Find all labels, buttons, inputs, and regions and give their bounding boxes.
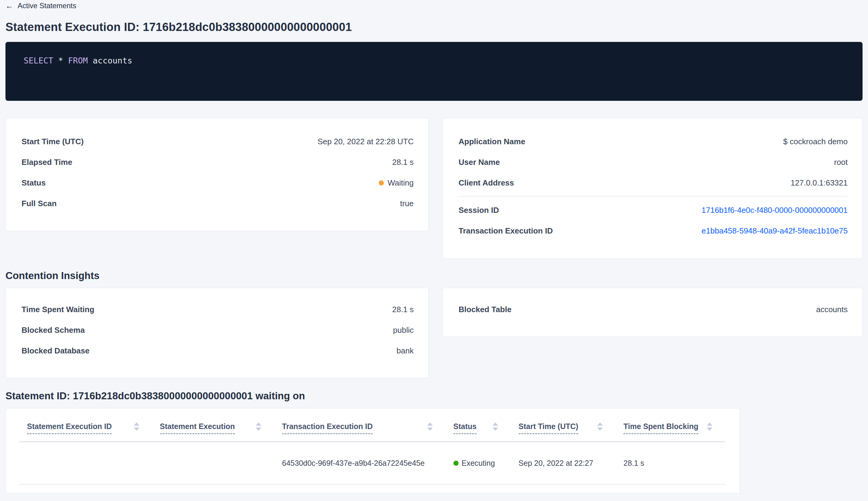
sort-arrows-icon xyxy=(597,422,603,431)
table-row: 64530d0c-969f-437e-a9b4-26a72245e45e Exe… xyxy=(19,442,725,484)
application-name-value: $ cockroach demo xyxy=(783,137,848,146)
column-header-statement-execution[interactable]: Statement Execution xyxy=(152,422,274,434)
time-spent-waiting-value: 28.1 s xyxy=(392,305,414,314)
full-scan-value: true xyxy=(400,199,414,208)
sort-arrows-icon xyxy=(134,422,139,431)
sort-arrows-icon xyxy=(256,422,261,431)
session-id-link[interactable]: 1716b1f6-4e0c-f480-0000-000000000001 xyxy=(702,205,848,215)
start-time-value: Sep 20, 2022 at 22:28 UTC xyxy=(317,137,414,146)
blocked-table-label: Blocked Table xyxy=(458,305,511,314)
user-name-row: User Name root xyxy=(458,152,848,172)
session-id-label: Session ID xyxy=(458,205,499,215)
column-header-label: Status xyxy=(453,422,477,434)
column-header-transaction-execution-id[interactable]: Transaction Execution ID xyxy=(274,422,445,434)
contention-insights-heading: Contention Insights xyxy=(6,269,862,283)
statement-execution-detail-page: ← Active Statements Statement Execution … xyxy=(0,0,868,501)
column-header-label: Start Time (UTC) xyxy=(519,422,578,434)
executing-status-text: Executing xyxy=(462,459,495,468)
arrow-left-icon: ← xyxy=(6,2,13,10)
status-value: Waiting xyxy=(379,178,414,188)
summary-cards-row: Start Time (UTC) Sep 20, 2022 at 22:28 U… xyxy=(6,118,862,259)
time-spent-waiting-label: Time Spent Waiting xyxy=(22,305,94,314)
client-address-row: Client Address 127.0.0.1:63321 xyxy=(458,172,848,193)
column-header-statement-execution-id[interactable]: Statement Execution ID xyxy=(19,422,152,434)
session-details-card: Application Name $ cockroach demo User N… xyxy=(443,118,862,259)
execution-details-card: Start Time (UTC) Sep 20, 2022 at 22:28 U… xyxy=(6,118,428,231)
full-scan-row: Full Scan true xyxy=(22,193,414,214)
sql-identifier: accounts xyxy=(88,56,132,65)
contention-details-card: Time Spent Waiting 28.1 s Blocked Schema… xyxy=(6,288,428,378)
blocked-schema-label: Blocked Schema xyxy=(22,326,85,335)
status-label: Status xyxy=(22,178,45,188)
status-row: Status Waiting xyxy=(22,172,414,193)
sql-statement-box: SELECT * FROM accounts xyxy=(6,42,862,101)
user-name-label: User Name xyxy=(458,158,500,167)
session-id-row: Session ID 1716b1f6-4e0c-f480-0000-00000… xyxy=(458,200,848,221)
session-id-value: 1716b1f6-4e0c-f480-0000-000000000001 xyxy=(702,205,848,215)
cell-time-spent-blocking: 28.1 s xyxy=(616,459,725,468)
cell-start-time: Sep 20, 2022 at 22:27 xyxy=(511,459,616,468)
cell-status: Executing xyxy=(446,459,511,468)
column-header-start-time[interactable]: Start Time (UTC) xyxy=(511,422,616,434)
full-scan-label: Full Scan xyxy=(22,199,57,208)
start-time-label: Start Time (UTC) xyxy=(22,137,84,146)
blocked-schema-value: public xyxy=(393,326,414,335)
executing-status: Executing xyxy=(453,459,495,468)
transaction-execution-id-value: e1bba458-5948-40a9-a42f-5feac1b10e75 xyxy=(702,226,848,236)
waiting-on-table: Statement Execution ID Statement Executi… xyxy=(6,408,740,493)
column-header-status[interactable]: Status xyxy=(446,422,511,434)
cell-transaction-execution-id: 64530d0c-969f-437e-a9b4-26a72245e45e xyxy=(274,459,445,468)
contention-cards-row: Time Spent Waiting 28.1 s Blocked Schema… xyxy=(6,288,862,378)
column-header-label: Transaction Execution ID xyxy=(282,422,373,434)
waiting-on-heading: Statement ID: 1716b218dc0b38380000000000… xyxy=(6,389,862,403)
elapsed-time-label: Elapsed Time xyxy=(22,158,72,167)
sql-keyword: SELECT xyxy=(24,56,53,65)
transaction-execution-id-label: Transaction Execution ID xyxy=(458,226,553,236)
client-address-label: Client Address xyxy=(458,178,514,188)
blocked-table-value: accounts xyxy=(816,305,848,314)
table-header-row: Statement Execution ID Statement Executi… xyxy=(19,408,725,442)
time-spent-waiting-row: Time Spent Waiting 28.1 s xyxy=(22,299,414,320)
transaction-execution-id-row: Transaction Execution ID e1bba458-5948-4… xyxy=(458,221,848,241)
blocked-database-label: Blocked Database xyxy=(22,346,89,355)
transaction-execution-id-link[interactable]: e1bba458-5948-40a9-a42f-5feac1b10e75 xyxy=(702,226,848,235)
sql-keyword: FROM xyxy=(68,56,88,65)
sql-operator: * xyxy=(53,56,68,65)
sort-arrows-icon xyxy=(492,422,498,431)
back-to-active-statements-link[interactable]: ← Active Statements xyxy=(6,1,76,10)
sort-arrows-icon xyxy=(427,422,433,431)
sort-arrows-icon xyxy=(707,422,712,431)
elapsed-time-value: 28.1 s xyxy=(392,158,414,167)
start-time-row: Start Time (UTC) Sep 20, 2022 at 22:28 U… xyxy=(22,131,414,152)
card-divider xyxy=(458,196,848,197)
status-text: Waiting xyxy=(388,178,414,188)
executing-status-dot-icon xyxy=(453,461,458,466)
user-name-value: root xyxy=(834,158,848,167)
column-header-label: Statement Execution ID xyxy=(27,422,112,434)
blocked-database-value: bank xyxy=(397,346,414,355)
page-title: Statement Execution ID: 1716b218dc0b3838… xyxy=(6,19,862,35)
client-address-value: 127.0.0.1:63321 xyxy=(791,178,848,188)
elapsed-time-row: Elapsed Time 28.1 s xyxy=(22,152,414,172)
column-header-label: Statement Execution xyxy=(160,422,235,434)
application-name-row: Application Name $ cockroach demo xyxy=(458,131,848,152)
column-header-time-spent-blocking[interactable]: Time Spent Blocking xyxy=(616,422,725,434)
application-name-label: Application Name xyxy=(458,137,525,146)
waiting-status-dot-icon xyxy=(379,180,384,185)
blocked-database-row: Blocked Database bank xyxy=(22,340,414,361)
column-header-label: Time Spent Blocking xyxy=(623,422,698,434)
blocked-table-card: Blocked Table accounts xyxy=(443,288,862,337)
blocked-schema-row: Blocked Schema public xyxy=(22,320,414,340)
back-link-label: Active Statements xyxy=(18,1,76,10)
blocked-table-row: Blocked Table accounts xyxy=(458,299,848,320)
